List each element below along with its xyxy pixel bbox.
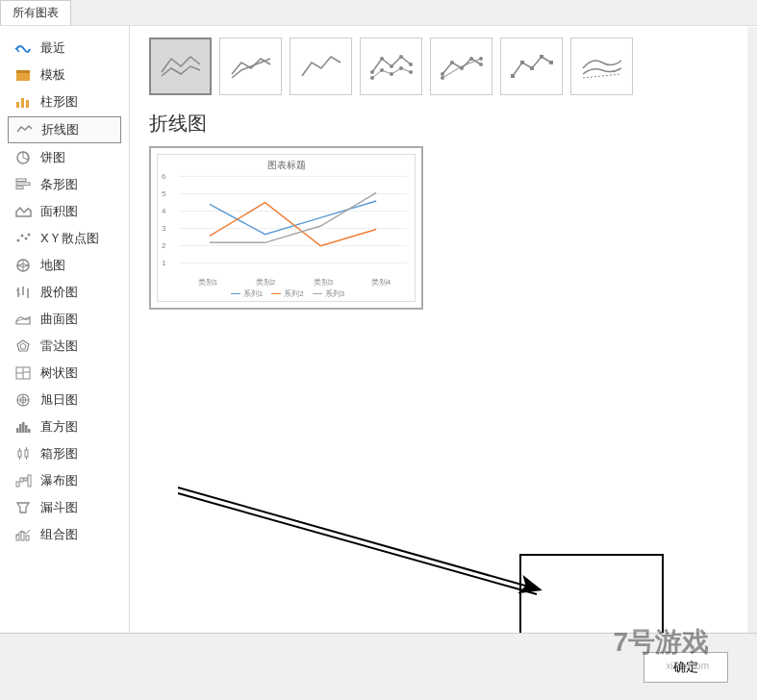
- pie-icon: [13, 149, 33, 166]
- sidebar-item-label: 地图: [40, 257, 65, 274]
- sidebar-item-label: 瀑布图: [40, 472, 78, 489]
- sidebar-item-waterfall[interactable]: 瀑布图: [8, 468, 121, 493]
- svg-rect-30: [19, 424, 22, 433]
- svg-rect-68: [549, 61, 553, 64]
- sidebar-item-label: 旭日图: [40, 391, 78, 409]
- svg-rect-37: [25, 450, 28, 457]
- svg-point-51: [409, 62, 413, 66]
- sidebar-item-label: 模板: [40, 66, 65, 84]
- content-area: 折线图 图表标题 123456类别1类别2类别3类别4系列1系列2系列3: [130, 26, 757, 641]
- chart-type-sidebar: 最近模板柱形图折线图饼图条形图面积图XＹ散点图地图股价图曲面图雷达图树状图旭日图…: [0, 26, 130, 641]
- sidebar-item-label: 漏斗图: [40, 499, 78, 516]
- svg-rect-64: [511, 74, 515, 78]
- chart-type-title: 折线图: [149, 111, 738, 137]
- sidebar-item-surface[interactable]: 曲面图: [8, 307, 121, 332]
- surface-icon: [13, 311, 33, 328]
- sidebar-item-label: 折线图: [41, 121, 79, 138]
- line-subtype-4[interactable]: [360, 38, 422, 95]
- sidebar-item-label: 饼图: [40, 149, 65, 166]
- sidebar-item-pie[interactable]: 饼图: [8, 145, 121, 170]
- sidebar-item-histogram[interactable]: 直方图: [8, 414, 121, 439]
- svg-rect-46: [26, 536, 29, 540]
- sidebar-item-label: 曲面图: [40, 311, 78, 328]
- sidebar-item-label: 树状图: [40, 364, 78, 382]
- sidebar-item-sunburst[interactable]: 旭日图: [8, 388, 121, 412]
- sidebar-item-boxplot[interactable]: 箱形图: [8, 441, 121, 466]
- sidebar-item-template[interactable]: 模板: [8, 62, 121, 88]
- boxplot-icon: [13, 445, 33, 462]
- svg-rect-40: [16, 482, 19, 487]
- svg-point-53: [380, 68, 384, 72]
- svg-point-63: [479, 57, 483, 61]
- scatter-icon: [13, 230, 33, 247]
- svg-rect-7: [16, 183, 30, 186]
- svg-point-48: [380, 57, 384, 61]
- svg-rect-29: [16, 428, 19, 433]
- svg-line-69: [583, 74, 621, 78]
- sidebar-item-area[interactable]: 面积图: [8, 199, 121, 224]
- sidebar-item-combo[interactable]: 组合图: [8, 522, 121, 547]
- line-subtype-3[interactable]: [290, 38, 352, 95]
- svg-rect-32: [25, 425, 28, 433]
- svg-rect-42: [24, 478, 27, 481]
- svg-rect-45: [21, 532, 24, 540]
- svg-rect-31: [22, 422, 25, 433]
- svg-point-58: [450, 61, 454, 64]
- sidebar-item-stock[interactable]: 股价图: [8, 280, 121, 305]
- sidebar-item-label: 面积图: [40, 203, 78, 220]
- svg-point-52: [370, 76, 374, 80]
- svg-rect-33: [28, 429, 31, 433]
- line-subtype-7[interactable]: [570, 38, 633, 95]
- sidebar-item-funnel[interactable]: 漏斗图: [8, 495, 121, 520]
- waterfall-icon: [13, 472, 33, 489]
- svg-point-9: [17, 239, 20, 242]
- svg-rect-8: [16, 187, 23, 189]
- scrollbar[interactable]: [747, 27, 757, 633]
- svg-point-57: [441, 72, 444, 76]
- sidebar-item-recent[interactable]: 最近: [8, 36, 121, 61]
- bar-icon: [13, 176, 33, 193]
- line-subtype-6[interactable]: [500, 38, 563, 95]
- sidebar-item-label: 组合图: [40, 526, 78, 543]
- sunburst-icon: [13, 391, 33, 409]
- sidebar-item-column[interactable]: 柱形图: [8, 89, 121, 114]
- svg-rect-4: [26, 100, 29, 108]
- sidebar-item-radar[interactable]: 雷达图: [8, 334, 121, 359]
- line-subtype-5[interactable]: [430, 38, 492, 95]
- main-area: 最近模板柱形图折线图饼图条形图面积图XＹ散点图地图股价图曲面图雷达图树状图旭日图…: [0, 26, 757, 641]
- sidebar-item-map[interactable]: 地图: [8, 253, 121, 278]
- svg-point-49: [390, 64, 393, 68]
- svg-rect-2: [16, 102, 19, 108]
- treemap-icon: [13, 364, 33, 382]
- line-subtype-2[interactable]: [219, 38, 282, 95]
- dialog-footer: 确定: [0, 633, 757, 700]
- svg-rect-34: [18, 451, 21, 457]
- sidebar-item-label: 股价图: [40, 284, 78, 301]
- svg-point-12: [28, 234, 31, 237]
- tab-all-charts[interactable]: 所有图表: [0, 0, 71, 25]
- line-subtype-1[interactable]: [149, 38, 212, 95]
- radar-icon: [13, 338, 33, 355]
- confirm-button[interactable]: 确定: [643, 652, 728, 683]
- svg-marker-20: [20, 343, 26, 349]
- chart-preview-title: 图表标题: [158, 155, 415, 172]
- line-icon: [14, 121, 34, 138]
- sidebar-item-label: 条形图: [40, 176, 78, 193]
- sidebar-item-treemap[interactable]: 树状图: [8, 361, 121, 386]
- sidebar-item-label: 雷达图: [40, 338, 78, 355]
- svg-point-47: [370, 70, 374, 74]
- map-icon: [13, 257, 33, 274]
- sidebar-item-bar[interactable]: 条形图: [8, 172, 121, 197]
- chart-preview[interactable]: 图表标题 123456类别1类别2类别3类别4系列1系列2系列3: [149, 146, 423, 310]
- funnel-icon: [13, 499, 33, 516]
- svg-point-56: [409, 70, 413, 74]
- sidebar-item-label: 最近: [40, 39, 65, 57]
- sidebar-item-line[interactable]: 折线图: [8, 116, 121, 143]
- sidebar-item-label: 箱形图: [40, 445, 78, 462]
- sidebar-item-scatter[interactable]: XＹ散点图: [8, 226, 121, 251]
- svg-point-10: [21, 235, 24, 238]
- svg-point-11: [25, 238, 28, 240]
- subtype-row: [149, 38, 738, 95]
- recent-icon: [13, 39, 33, 57]
- svg-point-60: [469, 57, 473, 61]
